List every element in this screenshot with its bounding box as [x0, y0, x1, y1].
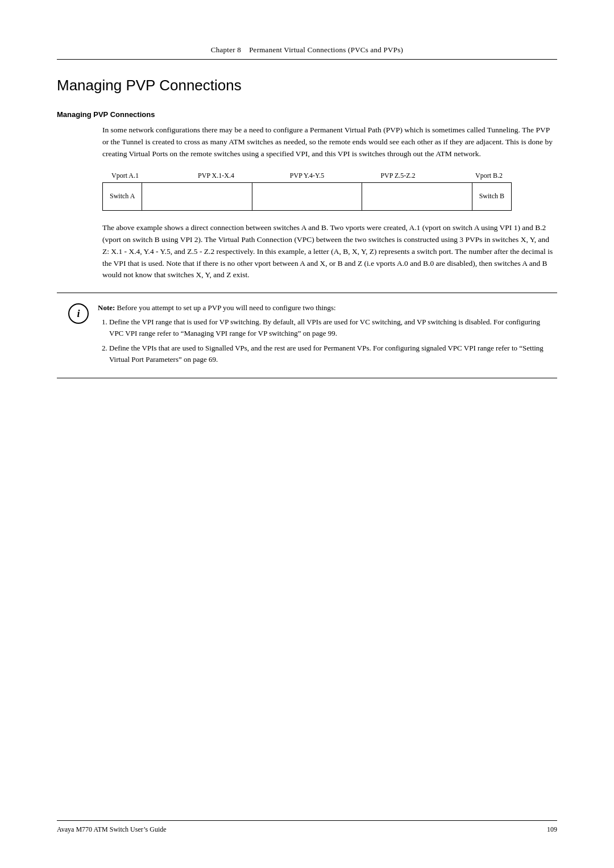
diagram-pvp-area — [142, 183, 471, 210]
diagram-labels-row: Vport A.1 PVP X.1-X.4 PVP Y.4-Y.5 PVP Z.… — [102, 172, 512, 180]
diagram-switch-a: Switch A — [103, 183, 142, 210]
note-icon-letter: i — [77, 308, 80, 320]
note-list: Define the VPI range that is used for VP… — [109, 316, 546, 366]
diagram-label-pvp-y: PVP Y.4-Y.5 — [284, 172, 330, 180]
diagram-label-pvp-x: PVP X.1-X.4 — [193, 172, 239, 180]
page-header: Chapter 8 Permanent Virtual Connections … — [57, 45, 557, 60]
body-paragraph-1: In some network configurations there may… — [102, 124, 557, 160]
body-paragraph-2: The above example shows a direct connect… — [102, 222, 557, 282]
note-list-item-1: Define the VPI range that is used for VP… — [109, 316, 546, 339]
diagram-pvp-cell-1 — [142, 183, 252, 210]
footer-right: 109 — [547, 825, 557, 834]
footer-left: Avaya M770 ATM Switch User’s Guide — [57, 825, 167, 834]
diagram-body: Switch A Switch B — [102, 182, 512, 211]
note-list-item-2: Define the VPIs that are used to Signall… — [109, 343, 546, 365]
diagram-pvp-cell-2 — [252, 183, 362, 210]
diagram-label-pvp-z: PVP Z.5-Z.2 — [375, 172, 421, 180]
page: Chapter 8 Permanent Virtual Connections … — [0, 0, 614, 868]
diagram-pvp-cell-3 — [362, 183, 471, 210]
header-separator — [241, 45, 249, 55]
note-icon: i — [68, 303, 89, 324]
diagram: Vport A.1 PVP X.1-X.4 PVP Y.4-Y.5 PVP Z.… — [102, 172, 512, 211]
header-chapter: Chapter 8 — [211, 45, 241, 55]
diagram-label-vport-a1: Vport A.1 — [102, 172, 148, 180]
diagram-label-vport-b2: Vport B.2 — [466, 172, 512, 180]
note-label: Note: — [98, 303, 117, 312]
diagram-switch-b: Switch B — [472, 183, 511, 210]
note-content: Note: Before you attempt to set up a PVP… — [98, 302, 546, 369]
page-footer: Avaya M770 ATM Switch User’s Guide 109 — [57, 820, 557, 834]
header-title: Permanent Virtual Connections (PVCs and … — [249, 45, 403, 55]
note-box: i Note: Before you attempt to set up a P… — [57, 293, 557, 378]
section-heading: Managing PVP Connections — [57, 110, 557, 119]
note-intro: Before you attempt to set up a PVP you w… — [117, 303, 336, 312]
page-title: Managing PVP Connections — [57, 77, 557, 94]
